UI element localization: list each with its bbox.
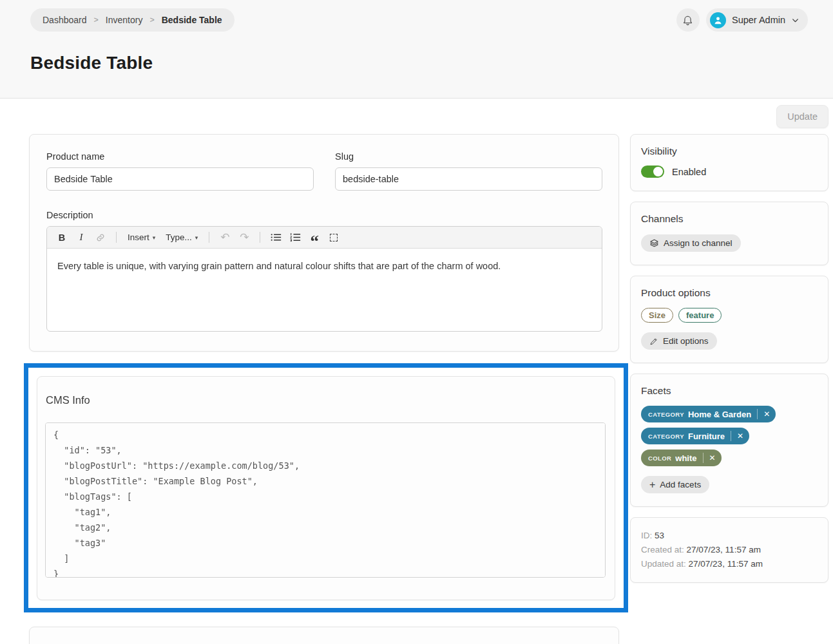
facet-chip-color-white: COLOR white ✕ (641, 450, 722, 466)
redo-icon: ↷ (240, 231, 249, 244)
undo-icon: ↶ (220, 231, 229, 244)
sidebar: Visibility Enabled Channels (630, 134, 828, 583)
updated-at-row: Updated at: 27/07/23, 11:57 am (641, 557, 818, 571)
avatar (710, 12, 726, 28)
toolbar-divider (116, 232, 117, 243)
remove-facet-button[interactable]: ✕ (731, 431, 743, 441)
notifications-button[interactable] (676, 8, 700, 32)
breadcrumb: Dashboard > Inventory > Bedside Table (30, 8, 235, 32)
remove-facet-button[interactable]: ✕ (757, 409, 770, 419)
entity-info-card: ID: 53 Created at: 27/07/23, 11:57 am Up… (630, 517, 828, 583)
remove-facet-button[interactable]: ✕ (703, 453, 716, 463)
entity-id-row: ID: 53 (641, 529, 818, 543)
updated-at-value: 27/07/23, 11:57 am (689, 559, 763, 569)
code-block-button[interactable] (325, 229, 342, 246)
plus-icon: + (649, 480, 655, 490)
assign-to-channel-button[interactable]: Assign to channel (641, 234, 741, 252)
option-chip-feature: feature (678, 308, 722, 323)
bold-button[interactable]: B (53, 229, 70, 246)
breadcrumb-separator-icon: > (94, 15, 99, 24)
bullet-list-button[interactable] (267, 229, 284, 246)
description-label: Description (46, 210, 602, 220)
insert-dropdown[interactable]: Insert ▾ (124, 229, 159, 246)
next-section-card (29, 627, 619, 644)
visibility-card: Visibility Enabled (630, 134, 828, 191)
option-chip-size: Size (641, 308, 673, 323)
channels-card: Channels Assign to channel (630, 202, 828, 265)
ordered-list-icon (290, 232, 301, 242)
undo-button[interactable]: ↶ (216, 229, 233, 246)
chevron-down-icon (791, 16, 799, 24)
created-at-value: 27/07/23, 11:57 am (687, 545, 761, 554)
italic-button[interactable]: I (73, 229, 90, 246)
bullet-list-icon (271, 232, 282, 242)
facets-title: Facets (641, 385, 818, 397)
layers-icon (649, 238, 659, 248)
page-title: Bedside Table (30, 53, 808, 73)
product-form-card: Product name Slug Description B I (29, 134, 619, 352)
product-detail-page: Dashboard > Inventory > Bedside Table (0, 0, 833, 644)
close-icon: ✕ (763, 410, 770, 419)
created-at-row: Created at: 27/07/23, 11:57 am (641, 543, 818, 557)
facet-chip-furniture: CATEGORY Furniture ✕ (641, 428, 749, 444)
blockquote-button[interactable]: “ (306, 229, 323, 246)
quote-icon: “ (311, 238, 320, 245)
toolbar-divider (209, 232, 209, 243)
product-options-title: Product options (641, 287, 818, 299)
edit-options-button[interactable]: Edit options (641, 332, 717, 350)
toolbar-divider (260, 232, 260, 243)
cms-info-card: CMS Info { "id": "53", "blogPostUrl": "h… (37, 376, 615, 600)
content-area: Update Product name Slug (0, 99, 833, 644)
visibility-status: Enabled (672, 167, 706, 177)
user-name: Super Admin (732, 15, 785, 25)
product-options-card: Product options Size feature Edit option… (630, 276, 828, 363)
slug-label: Slug (335, 151, 602, 162)
slug-input[interactable] (335, 167, 602, 191)
cms-info-json-textarea[interactable]: { "id": "53", "blogPostUrl": "https://ex… (45, 422, 606, 578)
description-editor-content[interactable]: Every table is unique, with varying grai… (47, 249, 602, 331)
user-menu-button[interactable]: Super Admin (706, 8, 808, 32)
breadcrumb-item-inventory[interactable]: Inventory (106, 15, 143, 25)
visibility-title: Visibility (641, 146, 818, 157)
rich-text-editor: B I (46, 226, 602, 332)
type-dropdown[interactable]: Type... ▾ (162, 229, 202, 246)
ordered-list-button[interactable] (287, 229, 303, 246)
product-name-label: Product name (46, 151, 314, 162)
dashed-square-icon (330, 234, 338, 242)
caret-down-icon: ▾ (195, 234, 198, 241)
entity-id-value: 53 (655, 531, 664, 540)
channels-title: Channels (641, 213, 818, 225)
cms-info-title: CMS Info (45, 394, 606, 406)
page-header: Dashboard > Inventory > Bedside Table (0, 0, 833, 99)
link-icon (95, 232, 106, 243)
close-icon: ✕ (709, 453, 716, 462)
cms-info-highlight: CMS Info { "id": "53", "blogPostUrl": "h… (24, 363, 628, 612)
pencil-icon (649, 337, 658, 346)
breadcrumb-separator-icon: > (149, 15, 154, 24)
caret-down-icon: ▾ (153, 234, 156, 241)
facet-chip-home-garden: CATEGORY Home & Garden ✕ (641, 406, 776, 422)
bell-icon (682, 14, 694, 26)
add-facets-button[interactable]: + Add facets (641, 476, 709, 493)
link-button[interactable] (92, 229, 109, 246)
product-name-input[interactable] (46, 167, 314, 191)
visibility-toggle[interactable] (641, 166, 664, 178)
breadcrumb-item-current: Bedside Table (162, 15, 222, 25)
editor-toolbar: B I (47, 227, 602, 249)
facets-card: Facets CATEGORY Home & Garden ✕ CATEGORY… (630, 374, 828, 507)
redo-button[interactable]: ↷ (236, 229, 253, 246)
update-button[interactable]: Update (776, 105, 828, 128)
close-icon: ✕ (737, 431, 743, 440)
breadcrumb-item-dashboard[interactable]: Dashboard (43, 15, 87, 25)
